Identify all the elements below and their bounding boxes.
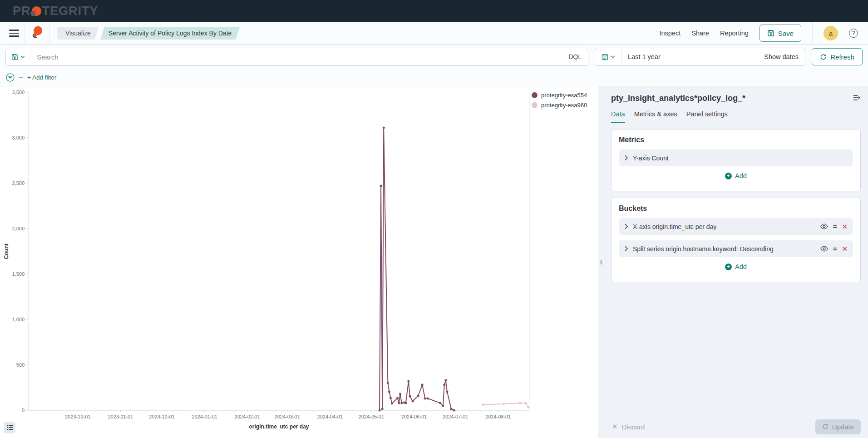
chevron-down-icon <box>611 55 615 58</box>
legend-toggle-button[interactable] <box>4 422 15 433</box>
time-range-value[interactable]: Last 1 year <box>621 53 764 60</box>
svg-text:2,500: 2,500 <box>12 180 25 186</box>
tab-data[interactable]: Data <box>611 110 625 123</box>
discard-button[interactable]: ✕ Discard <box>612 423 645 431</box>
svg-text:3,500: 3,500 <box>12 90 25 95</box>
quick-select-time-button[interactable] <box>595 48 621 65</box>
svg-text:2024-08-01: 2024-08-01 <box>485 414 511 419</box>
svg-text:2,000: 2,000 <box>12 226 25 231</box>
add-metric-button[interactable]: + Add <box>619 166 853 185</box>
visualization-chart-panel: 05001,0001,5002,0002,5003,0003,5002023-1… <box>0 86 598 438</box>
collapse-panel-icon[interactable] <box>853 95 861 103</box>
filter-icon <box>6 73 15 82</box>
drag-handle-icon[interactable]: = <box>833 223 837 230</box>
svg-text:2024-03-01: 2024-03-01 <box>275 414 300 419</box>
header-nav: Visualize Server Activity of Policy Logs… <box>0 22 868 45</box>
svg-text:2024-02-01: 2024-02-01 <box>235 414 260 419</box>
refresh-icon <box>822 423 829 430</box>
query-bar: DQL Last 1 year Show dates Refresh <box>0 45 868 69</box>
saved-query-floppy-icon <box>11 54 18 60</box>
svg-text:2024-06-01: 2024-06-01 <box>401 414 427 419</box>
svg-text:2023-11-01: 2023-11-01 <box>108 414 133 419</box>
chart-legend: protegrity-esa554 protegrity-esa960 <box>532 92 587 109</box>
svg-text:2024-05-01: 2024-05-01 <box>359 414 384 419</box>
divider <box>812 22 813 44</box>
save-floppy-icon <box>767 30 774 37</box>
app-logo-icon[interactable] <box>31 26 43 40</box>
svg-text:500: 500 <box>16 362 25 368</box>
line-chart[interactable]: 05001,0001,5002,0002,5003,0003,5002023-1… <box>0 86 598 438</box>
help-icon[interactable]: ? <box>849 29 858 38</box>
svg-text:2024-04-01: 2024-04-01 <box>317 414 343 419</box>
legend-color-dot <box>532 92 538 98</box>
eye-icon <box>820 224 828 229</box>
reporting-link[interactable]: Reporting <box>720 30 749 37</box>
calendar-icon <box>602 54 608 60</box>
query-language-switcher[interactable]: DQL <box>562 53 588 60</box>
index-pattern-title: pty_insight_analytics*policy_log_* <box>611 94 745 103</box>
chevron-right-icon <box>624 155 628 161</box>
add-bucket-button[interactable]: + Add <box>619 257 853 276</box>
buckets-card: Buckets X-axis origin.time_utc per day =… <box>611 198 861 282</box>
breadcrumb-visualize[interactable]: Visualize <box>57 27 99 40</box>
chevron-right-icon <box>624 246 628 252</box>
svg-text:1,500: 1,500 <box>12 271 25 277</box>
metric-row-y-axis-count[interactable]: Y-axis Count <box>619 149 853 166</box>
visualization-editor-panel: pty_insight_analytics*policy_log_* Data … <box>605 86 868 438</box>
menu-hamburger-icon[interactable] <box>9 30 19 37</box>
refresh-icon <box>820 54 827 60</box>
panel-resize-gutter[interactable]: ‖ <box>598 86 605 438</box>
logo-text-pre: PR <box>13 4 31 18</box>
avatar[interactable]: a <box>824 26 838 40</box>
svg-text:2024-07-01: 2024-07-01 <box>443 414 468 419</box>
svg-text:0: 0 <box>22 408 25 413</box>
legend-item-esa960[interactable]: protegrity-esa960 <box>532 102 587 109</box>
saved-query-menu-button[interactable] <box>6 48 30 65</box>
editor-footer: ✕ Discard Update <box>605 415 868 438</box>
eye-icon <box>820 246 828 252</box>
breadcrumb-current-page: Server Activity of Policy Logs Index By … <box>100 27 240 40</box>
search-input[interactable] <box>30 53 562 61</box>
divider <box>49 22 50 44</box>
svg-text:Count: Count <box>3 244 10 259</box>
plus-circle-icon: + <box>725 173 732 179</box>
metrics-card: Metrics Y-axis Count + Add <box>611 129 861 191</box>
drag-handle-icon[interactable]: = <box>833 245 837 253</box>
protegrity-logo: PR TEGRITY <box>13 4 99 18</box>
top-app-bar: PR TEGRITY <box>0 0 868 22</box>
svg-text:2023-10-01: 2023-10-01 <box>65 414 90 419</box>
divider <box>25 22 25 44</box>
editor-tabs: Data Metrics & axes Panel settings <box>611 110 861 123</box>
resize-handle-icon[interactable]: ‖ <box>600 259 602 266</box>
remove-bucket-icon[interactable]: ✕ <box>842 223 848 231</box>
legend-color-dot <box>532 102 538 108</box>
search-box: DQL <box>5 48 588 66</box>
svg-text:origin.time_utc per day: origin.time_utc per day <box>249 423 309 430</box>
list-icon <box>6 424 13 431</box>
inspect-link[interactable]: Inspect <box>659 30 681 37</box>
metrics-title: Metrics <box>619 136 853 144</box>
chevron-down-icon <box>20 55 25 58</box>
svg-text:1,000: 1,000 <box>12 317 25 322</box>
plus-circle-icon: + <box>725 264 732 270</box>
add-filter-button[interactable]: + Add filter <box>27 74 56 81</box>
refresh-button[interactable]: Refresh <box>812 48 863 65</box>
share-link[interactable]: Share <box>691 30 709 37</box>
chevron-right-icon <box>624 224 628 229</box>
svg-text:2024-01-01: 2024-01-01 <box>192 414 217 419</box>
buckets-title: Buckets <box>619 204 853 213</box>
bucket-row-x-axis[interactable]: X-axis origin.time_utc per day = ✕ <box>619 218 853 235</box>
tab-panel-settings[interactable]: Panel settings <box>686 110 728 123</box>
update-button[interactable]: Update <box>815 419 861 434</box>
show-dates-button[interactable]: Show dates <box>764 53 805 60</box>
bucket-row-split-series[interactable]: Split series origin.hostname.keyword: De… <box>619 240 853 257</box>
remove-bucket-icon[interactable]: ✕ <box>842 245 848 253</box>
save-button[interactable]: Save <box>760 25 801 42</box>
divider <box>19 77 23 78</box>
svg-text:3,000: 3,000 <box>12 135 25 140</box>
legend-item-esa554[interactable]: protegrity-esa554 <box>532 92 587 99</box>
close-icon: ✕ <box>612 423 618 431</box>
date-picker: Last 1 year Show dates <box>595 48 805 66</box>
tab-metrics-axes[interactable]: Metrics & axes <box>634 110 677 123</box>
protegrity-logo-dot-icon <box>31 5 42 17</box>
